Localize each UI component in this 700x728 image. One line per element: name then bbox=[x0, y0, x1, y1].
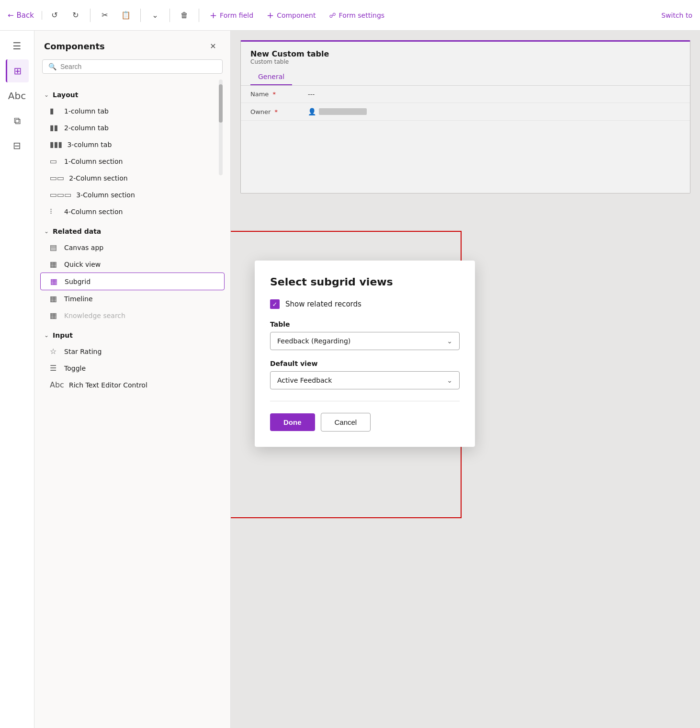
timeline-icon: ▦ bbox=[50, 294, 59, 303]
components-close-button[interactable]: ✕ bbox=[205, 38, 221, 54]
component-canvas-app-label: Canvas app bbox=[64, 244, 103, 251]
main-area: New Custom table Custom table General Na… bbox=[231, 31, 700, 728]
component-timeline-label: Timeline bbox=[64, 295, 93, 303]
component-canvas-app[interactable]: ▤ Canvas app bbox=[34, 239, 230, 256]
subgrid-icon: ▦ bbox=[50, 277, 60, 286]
plus-icon-1: + bbox=[210, 10, 217, 20]
layout-section: ⌄ Layout ▮ 1-column tab ▮▮ 2-column tab … bbox=[34, 85, 230, 222]
input-section: ⌄ Input ☆ Star Rating ☰ Toggle Abc Rich … bbox=[34, 326, 230, 395]
component-1-column-tab[interactable]: ▮ 1-column tab bbox=[34, 102, 230, 119]
component-timeline[interactable]: ▦ Timeline bbox=[34, 290, 230, 307]
sidebar-icon-components[interactable]: ⊞ bbox=[6, 59, 29, 82]
add-component-button[interactable]: + Component bbox=[262, 7, 320, 23]
layout-section-header[interactable]: ⌄ Layout bbox=[34, 87, 230, 102]
component-star-rating-label: Star Rating bbox=[64, 348, 102, 355]
quickview-icon: ▦ bbox=[50, 260, 59, 269]
component-3-column-tab[interactable]: ▮▮▮ 3-column tab bbox=[34, 136, 230, 153]
back-label: Back bbox=[17, 11, 34, 20]
undo-button[interactable]: ↺ bbox=[46, 7, 63, 24]
component-toggle[interactable]: ☰ Toggle bbox=[34, 360, 230, 376]
component-3-column-tab-label: 3-column tab bbox=[67, 141, 112, 148]
component-4-column-section-label: 4-Column section bbox=[64, 208, 123, 216]
table-field-group: Table Feedback (Regarding) ⌄ bbox=[270, 320, 460, 350]
back-button[interactable]: ← Back bbox=[8, 11, 42, 20]
toggle-icon: ☰ bbox=[50, 364, 59, 373]
sidebar-icon-data[interactable]: ⊟ bbox=[6, 134, 29, 157]
component-rte[interactable]: Abc Rich Text Editor Control bbox=[34, 376, 230, 393]
component-rte-label: Rich Text Editor Control bbox=[69, 381, 147, 389]
table-dropdown-chevron-icon: ⌄ bbox=[447, 337, 452, 345]
component-4-column-section[interactable]: ⁝ 4-Column section bbox=[34, 203, 230, 220]
search-box[interactable]: 🔍 bbox=[42, 59, 223, 74]
input-section-label: Input bbox=[53, 331, 73, 339]
rte-icon: Abc bbox=[50, 380, 64, 389]
component-2-column-tab-label: 2-column tab bbox=[64, 124, 109, 132]
add-form-field-button[interactable]: + Form field bbox=[205, 7, 258, 23]
copy-button[interactable]: 📋 bbox=[117, 7, 135, 24]
related-data-section-label: Related data bbox=[53, 228, 101, 235]
components-panel: Components ✕ 🔍 ⌄ Layout ▮ 1-column tab ▮… bbox=[34, 31, 231, 728]
modal-divider bbox=[270, 401, 460, 401]
related-data-section-header[interactable]: ⌄ Related data bbox=[34, 224, 230, 239]
toolbar-separator-1 bbox=[90, 9, 90, 22]
form-settings-button[interactable]: ☍ Form settings bbox=[324, 9, 389, 22]
tab1-icon: ▮ bbox=[50, 106, 59, 115]
search-input[interactable] bbox=[60, 63, 216, 70]
modal-title: Select subgrid views bbox=[270, 276, 460, 288]
switch-button[interactable]: Switch to bbox=[661, 11, 692, 19]
sec1-icon: ▭ bbox=[50, 157, 59, 166]
sidebar-icon-layers[interactable]: ⧉ bbox=[6, 109, 29, 132]
component-2-column-tab[interactable]: ▮▮ 2-column tab bbox=[34, 119, 230, 136]
component-1-column-section[interactable]: ▭ 1-Column section bbox=[34, 153, 230, 170]
sec3-icon: ▭▭▭ bbox=[50, 190, 71, 199]
related-data-section: ⌄ Related data ▤ Canvas app ▦ Quick view… bbox=[34, 222, 230, 326]
component-knowledge-search-label: Knowledge search bbox=[64, 312, 125, 319]
default-view-select-value: Active Feedback bbox=[277, 376, 332, 384]
component-quick-view[interactable]: ▦ Quick view bbox=[34, 256, 230, 273]
star-icon: ☆ bbox=[50, 347, 59, 356]
form-settings-label: Form settings bbox=[339, 11, 385, 19]
sidebar-icon-menu[interactable]: ☰ bbox=[6, 34, 29, 57]
sidebar-icon-text[interactable]: Abc bbox=[6, 84, 29, 107]
select-subgrid-views-dialog: Select subgrid views Show related record… bbox=[255, 261, 475, 447]
sec4-icon: ⁝ bbox=[50, 207, 59, 216]
default-view-dropdown-chevron-icon: ⌄ bbox=[447, 376, 452, 384]
toolbar: ← Back ↺ ↻ ✂ 📋 ⌄ 🗑 + Form field + Compon… bbox=[0, 0, 700, 31]
component-2-column-section-label: 2-Column section bbox=[69, 174, 127, 182]
delete-button[interactable]: 🗑 bbox=[176, 7, 193, 24]
component-3-column-section[interactable]: ▭▭▭ 3-Column section bbox=[34, 186, 230, 203]
show-related-row: Show related records bbox=[270, 299, 460, 309]
tab3-icon: ▮▮▮ bbox=[50, 140, 62, 149]
sec2-icon: ▭▭ bbox=[50, 173, 64, 182]
toolbar-separator-3 bbox=[169, 9, 170, 22]
components-title: Components bbox=[44, 41, 105, 51]
table-field-label: Table bbox=[270, 320, 460, 328]
cut-button[interactable]: ✂ bbox=[96, 7, 113, 24]
settings-icon: ☍ bbox=[329, 11, 336, 19]
components-header: Components ✕ bbox=[34, 31, 230, 57]
component-label: Component bbox=[277, 11, 316, 19]
related-data-chevron-icon: ⌄ bbox=[44, 228, 49, 235]
component-knowledge-search: ▦ Knowledge search bbox=[34, 307, 230, 324]
table-select-value: Feedback (Regarding) bbox=[277, 337, 350, 345]
layout-section-label: Layout bbox=[53, 91, 78, 99]
component-star-rating[interactable]: ☆ Star Rating bbox=[34, 343, 230, 360]
done-button[interactable]: Done bbox=[270, 413, 315, 431]
plus-icon-2: + bbox=[267, 10, 274, 20]
component-quick-view-label: Quick view bbox=[64, 261, 101, 268]
tab2-icon: ▮▮ bbox=[50, 123, 59, 132]
component-3-column-section-label: 3-Column section bbox=[76, 191, 135, 199]
toolbar-separator-2 bbox=[140, 9, 141, 22]
component-subgrid-label: Subgrid bbox=[65, 278, 90, 285]
cancel-button[interactable]: Cancel bbox=[321, 413, 371, 432]
default-view-field-label: Default view bbox=[270, 360, 460, 367]
component-2-column-section[interactable]: ▭▭ 2-Column section bbox=[34, 170, 230, 186]
input-section-header[interactable]: ⌄ Input bbox=[34, 328, 230, 343]
show-related-checkbox[interactable] bbox=[270, 299, 280, 309]
search-icon: 🔍 bbox=[48, 63, 56, 70]
more-button[interactable]: ⌄ bbox=[147, 7, 164, 24]
redo-button[interactable]: ↻ bbox=[67, 7, 84, 24]
default-view-select[interactable]: Active Feedback ⌄ bbox=[270, 371, 460, 389]
component-subgrid[interactable]: ▦ Subgrid bbox=[40, 273, 225, 290]
table-select[interactable]: Feedback (Regarding) ⌄ bbox=[270, 332, 460, 350]
